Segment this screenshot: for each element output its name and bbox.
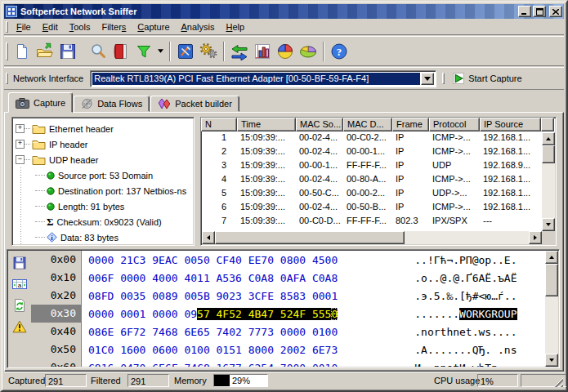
column-header-ip-source[interactable]: IP Source — [480, 118, 541, 131]
tab-label: Packet builder — [175, 99, 232, 109]
cpu-usage-label: CPU usage — [434, 376, 480, 385]
hex-warning-button[interactable] — [12, 320, 27, 333]
tree-item-label: Checksum: 0x9023 (Valid) — [57, 217, 162, 227]
hex-row[interactable]: 0x60C816 0470 6E6F 74C8 1677 6254 7000 0… — [31, 359, 545, 367]
menu-tools[interactable]: Tools — [64, 20, 96, 33]
cell-frame: 802.3 — [392, 215, 429, 229]
filter-button[interactable] — [132, 40, 155, 63]
scrollbar-corner — [542, 231, 555, 244]
packet-row[interactable]: 715:09:39:...00-C0-D...FF-FF-F...802.3IP… — [201, 215, 556, 229]
column-header-protocol[interactable]: Protocol — [429, 118, 480, 131]
tree-connector — [35, 221, 45, 222]
tree-item-ip-header[interactable]: +IP header — [12, 136, 194, 152]
hex-address: 0x60 — [31, 359, 82, 367]
column-header-mac-d[interactable]: MAC D... — [343, 118, 392, 131]
minimize-button[interactable] — [518, 6, 531, 17]
menu-capture[interactable]: Capture — [132, 20, 175, 33]
hscroll-thumb[interactable] — [215, 231, 405, 244]
packet-row[interactable]: 215:09:39:...00-02-4...00-00-1...IPICMP-… — [201, 145, 556, 159]
options-button[interactable] — [174, 40, 197, 63]
hex-row[interactable]: 0x2008FD 0035 0089 005B 9023 3CFE 8583 0… — [31, 287, 545, 305]
packet-row[interactable]: 415:09:39:...00-02-4...00-80-A...IPICMP-… — [201, 173, 556, 187]
hex-row[interactable]: 0x000000 21C3 9EAC 0050 CF40 EE70 0800 4… — [31, 251, 545, 269]
combo-dropdown-button[interactable] — [421, 73, 434, 85]
packet-row[interactable]: 515:09:39:...00-50-C...00-00-2...IPUDP->… — [201, 187, 556, 201]
cell-mac-so: 00-02-4... — [296, 173, 343, 187]
hex-address: 0x10 — [31, 269, 82, 287]
maximize-button[interactable] — [533, 6, 546, 17]
tree-item-length[interactable]: Length: 91 bytes — [12, 198, 194, 214]
caret-down-icon — [158, 49, 163, 53]
hex-dump[interactable]: 0x000000 21C3 9EAC 0050 CF40 EE70 0800 4… — [31, 251, 545, 367]
hex-refresh-button[interactable] — [13, 298, 26, 313]
packet-row[interactable]: 315:09:39:...00-00-1...FF-FF-F...IPUDP19… — [201, 159, 556, 173]
new-capture-button[interactable] — [11, 40, 34, 63]
settings-button[interactable] — [197, 40, 220, 63]
cpu-usage-value: 1% — [477, 374, 518, 387]
hex-vscroll-thumb[interactable] — [545, 264, 558, 296]
scroll-left-button[interactable] — [202, 231, 215, 244]
tree-expander[interactable]: + — [16, 124, 25, 133]
scroll-down-button[interactable] — [542, 218, 555, 231]
filter-dropdown-button[interactable] — [155, 40, 166, 63]
hex-vscrollbar[interactable] — [545, 251, 558, 367]
packet-row[interactable]: 615:09:39:...00-02-4...00-50-B...IPICMP-… — [201, 201, 556, 215]
packet-row[interactable]: 115:09:39:...00-02-4...00-C0-2...IPICMP-… — [201, 131, 556, 145]
network-interface-select[interactable]: Realtek RTL8139(A) PCI Fast Ethernet Ada… — [90, 70, 436, 87]
scroll-right-button[interactable] — [529, 231, 542, 244]
tree-expander[interactable]: + — [16, 140, 25, 149]
tree-item-checksum[interactable]: ΣChecksum: 0x9023 (Valid) — [12, 214, 194, 229]
tree-item-destination-port[interactable]: Destination port: 137 Netbios-ns — [12, 183, 194, 198]
open-folder-icon — [35, 42, 55, 60]
menu-help[interactable]: Help — [220, 20, 250, 33]
menu-file[interactable]: File — [11, 20, 37, 33]
hex-row[interactable]: 0x5001C0 1600 0600 0100 0151 8000 2002 6… — [31, 341, 545, 359]
scroll-up-button[interactable] — [542, 132, 555, 145]
find-button[interactable] — [87, 40, 110, 63]
packet-list-vscrollbar[interactable] — [542, 132, 555, 231]
tree-item-ethernet-header[interactable]: +Ethernet header — [12, 121, 194, 136]
start-capture-button[interactable]: Start Capture — [453, 73, 521, 84]
start-grip — [442, 73, 445, 84]
tab-packet-builder[interactable]: Packet builder — [150, 96, 239, 112]
column-header-frame[interactable]: Frame — [392, 118, 429, 131]
hex-scroll-down-button[interactable] — [545, 354, 558, 367]
cell-time: 15:09:39:... — [237, 215, 296, 229]
tree-item-data[interactable]: iData: 83 bytes — [12, 229, 194, 245]
pie-chart-button[interactable] — [274, 40, 297, 63]
column-header-time[interactable]: Time — [237, 118, 296, 131]
hex-row[interactable]: 0x300000 0001 0000 0957 4F52 4B47 524F 5… — [31, 305, 545, 323]
hex-row[interactable]: 0x10006F 0000 4000 4011 A536 C0A8 0AFA C… — [31, 269, 545, 287]
column-header-mac-so[interactable]: MAC So... — [296, 118, 343, 131]
log-book-button[interactable] — [110, 40, 132, 63]
data-flows-button[interactable] — [228, 40, 251, 63]
tab-data-flows[interactable]: Data Flows — [74, 96, 150, 112]
save-capture-button[interactable] — [56, 40, 79, 63]
app-icon — [6, 6, 17, 17]
hex-scroll-up-button[interactable] — [545, 251, 558, 264]
close-button[interactable] — [549, 6, 562, 17]
hex-ascii: .northnet.ws.... — [414, 326, 517, 338]
hex-save-button[interactable] — [12, 256, 27, 270]
hex-cursor: 0 — [331, 308, 338, 320]
menu-analysis[interactable]: Analysis — [176, 20, 221, 33]
cell-ip-source: 192.168.1... — [480, 201, 541, 215]
help-button[interactable]: ? — [328, 40, 351, 63]
tree-expander[interactable]: − — [16, 155, 25, 164]
packet-list-hscrollbar[interactable] — [202, 231, 542, 244]
menu-edit[interactable]: Edit — [37, 20, 64, 33]
column-header-n[interactable]: N — [201, 118, 237, 131]
hex-encoding-button[interactable]: a — [11, 278, 28, 291]
tree-item-source-port[interactable]: Source port: 53 Domain — [12, 167, 194, 183]
tab-capture[interactable]: Capture — [8, 92, 73, 113]
menu-filters[interactable]: Filters — [96, 20, 132, 33]
hex-row[interactable]: 0x40086E 6F72 7468 6E65 7402 7773 0000 0… — [31, 323, 545, 341]
open-capture-button[interactable] — [34, 40, 56, 63]
bar-chart-button[interactable] — [251, 40, 274, 63]
cell-protocol: ICMP->... — [429, 173, 480, 187]
cell-mac-d: 00-00-2... — [343, 187, 392, 201]
pie-chart-3d-button[interactable] — [297, 40, 320, 63]
vscroll-thumb[interactable] — [542, 145, 555, 163]
tree-item-udp-header[interactable]: −UDP header — [12, 152, 194, 167]
hex-bytes: 006F 0000 4000 4011 A536 C0A8 0AFA C0A8 — [88, 272, 338, 284]
